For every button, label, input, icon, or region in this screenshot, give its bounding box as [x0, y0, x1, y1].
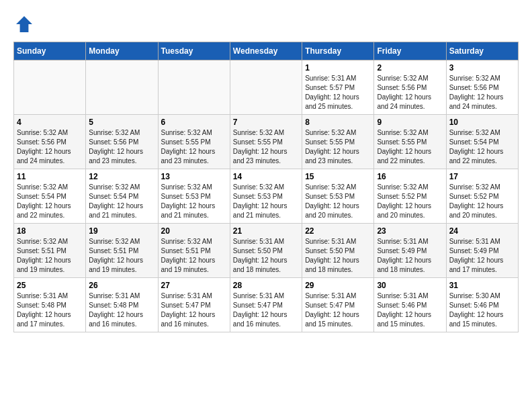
weekday-header-wednesday: Wednesday: [230, 42, 302, 60]
day-info: Sunrise: 5:31 AM Sunset: 5:48 PM Dayligh…: [89, 291, 154, 329]
calendar-cell: 13Sunrise: 5:32 AM Sunset: 5:53 PM Dayli…: [158, 169, 230, 224]
day-info: Sunrise: 5:32 AM Sunset: 5:51 PM Dayligh…: [161, 237, 227, 275]
calendar-cell: 24Sunrise: 5:31 AM Sunset: 5:49 PM Dayli…: [446, 224, 518, 278]
day-number: 22: [305, 226, 371, 236]
day-info: Sunrise: 5:31 AM Sunset: 5:49 PM Dayligh…: [377, 237, 443, 275]
day-number: 17: [449, 172, 515, 181]
calendar-cell: 15Sunrise: 5:32 AM Sunset: 5:53 PM Dayli…: [302, 169, 374, 224]
day-info: Sunrise: 5:31 AM Sunset: 5:57 PM Dayligh…: [305, 74, 371, 111]
day-number: 28: [233, 281, 299, 290]
calendar-week-row: 4Sunrise: 5:32 AM Sunset: 5:56 PM Daylig…: [14, 115, 519, 169]
day-info: Sunrise: 5:31 AM Sunset: 5:47 PM Dayligh…: [305, 291, 371, 329]
day-info: Sunrise: 5:31 AM Sunset: 5:49 PM Dayligh…: [449, 237, 515, 275]
day-number: 9: [377, 118, 443, 127]
day-info: Sunrise: 5:32 AM Sunset: 5:56 PM Dayligh…: [89, 128, 154, 166]
calendar-cell: [14, 60, 86, 115]
calendar-week-row: 1Sunrise: 5:31 AM Sunset: 5:57 PM Daylig…: [14, 60, 519, 115]
day-info: Sunrise: 5:31 AM Sunset: 5:50 PM Dayligh…: [305, 237, 371, 275]
day-number: 23: [377, 226, 443, 236]
weekday-header-tuesday: Tuesday: [158, 42, 230, 60]
day-info: Sunrise: 5:32 AM Sunset: 5:54 PM Dayligh…: [17, 183, 83, 220]
page-header: [13, 13, 519, 35]
day-info: Sunrise: 5:31 AM Sunset: 5:47 PM Dayligh…: [161, 291, 227, 329]
calendar-week-row: 11Sunrise: 5:32 AM Sunset: 5:54 PM Dayli…: [14, 169, 519, 224]
day-info: Sunrise: 5:32 AM Sunset: 5:51 PM Dayligh…: [17, 237, 83, 275]
day-number: 8: [305, 118, 371, 127]
day-info: Sunrise: 5:31 AM Sunset: 5:46 PM Dayligh…: [377, 291, 443, 329]
weekday-header-friday: Friday: [374, 42, 446, 60]
calendar-cell: 21Sunrise: 5:31 AM Sunset: 5:50 PM Dayli…: [230, 224, 302, 278]
calendar-cell: 28Sunrise: 5:31 AM Sunset: 5:47 PM Dayli…: [230, 278, 302, 332]
day-number: 7: [233, 118, 299, 127]
day-info: Sunrise: 5:32 AM Sunset: 5:53 PM Dayligh…: [305, 183, 371, 220]
weekday-header-sunday: Sunday: [14, 42, 86, 60]
calendar-cell: [158, 60, 230, 115]
calendar-cell: 9Sunrise: 5:32 AM Sunset: 5:55 PM Daylig…: [374, 115, 446, 169]
day-number: 31: [449, 281, 515, 290]
calendar-body: 1Sunrise: 5:31 AM Sunset: 5:57 PM Daylig…: [14, 60, 519, 332]
day-info: Sunrise: 5:31 AM Sunset: 5:47 PM Dayligh…: [233, 291, 299, 329]
day-info: Sunrise: 5:32 AM Sunset: 5:56 PM Dayligh…: [449, 74, 515, 111]
weekday-header-row: SundayMondayTuesdayWednesdayThursdayFrid…: [14, 42, 519, 60]
day-number: 13: [161, 172, 227, 181]
weekday-header-monday: Monday: [86, 42, 158, 60]
calendar-cell: 14Sunrise: 5:32 AM Sunset: 5:53 PM Dayli…: [230, 169, 302, 224]
day-number: 30: [377, 281, 443, 290]
day-number: 21: [233, 226, 299, 236]
day-number: 4: [17, 118, 83, 127]
day-info: Sunrise: 5:32 AM Sunset: 5:52 PM Dayligh…: [377, 183, 443, 220]
calendar-cell: 20Sunrise: 5:32 AM Sunset: 5:51 PM Dayli…: [158, 224, 230, 278]
calendar-cell: 10Sunrise: 5:32 AM Sunset: 5:54 PM Dayli…: [446, 115, 518, 169]
day-number: 16: [377, 172, 443, 181]
weekday-header-thursday: Thursday: [302, 42, 374, 60]
day-number: 3: [449, 63, 515, 73]
day-number: 10: [449, 118, 515, 127]
day-number: 12: [89, 172, 154, 181]
calendar-cell: 16Sunrise: 5:32 AM Sunset: 5:52 PM Dayli…: [374, 169, 446, 224]
calendar-week-row: 18Sunrise: 5:32 AM Sunset: 5:51 PM Dayli…: [14, 224, 519, 278]
day-number: 27: [161, 281, 227, 290]
calendar-cell: 26Sunrise: 5:31 AM Sunset: 5:48 PM Dayli…: [86, 278, 158, 332]
calendar-cell: 1Sunrise: 5:31 AM Sunset: 5:57 PM Daylig…: [302, 60, 374, 115]
day-number: 11: [17, 172, 83, 181]
calendar-cell: 11Sunrise: 5:32 AM Sunset: 5:54 PM Dayli…: [14, 169, 86, 224]
calendar-cell: [230, 60, 302, 115]
day-info: Sunrise: 5:32 AM Sunset: 5:55 PM Dayligh…: [377, 128, 443, 166]
calendar-cell: 19Sunrise: 5:32 AM Sunset: 5:51 PM Dayli…: [86, 224, 158, 278]
calendar-cell: 22Sunrise: 5:31 AM Sunset: 5:50 PM Dayli…: [302, 224, 374, 278]
calendar-cell: [86, 60, 158, 115]
calendar-cell: 12Sunrise: 5:32 AM Sunset: 5:54 PM Dayli…: [86, 169, 158, 224]
day-number: 24: [449, 226, 515, 236]
day-info: Sunrise: 5:32 AM Sunset: 5:52 PM Dayligh…: [449, 183, 515, 220]
weekday-header-saturday: Saturday: [446, 42, 518, 60]
day-info: Sunrise: 5:30 AM Sunset: 5:46 PM Dayligh…: [449, 291, 515, 329]
calendar-cell: 6Sunrise: 5:32 AM Sunset: 5:55 PM Daylig…: [158, 115, 230, 169]
logo-icon: [13, 13, 35, 35]
day-info: Sunrise: 5:31 AM Sunset: 5:48 PM Dayligh…: [17, 291, 83, 329]
day-number: 5: [89, 118, 154, 127]
calendar-cell: 4Sunrise: 5:32 AM Sunset: 5:56 PM Daylig…: [14, 115, 86, 169]
day-number: 26: [89, 281, 154, 290]
calendar-cell: 31Sunrise: 5:30 AM Sunset: 5:46 PM Dayli…: [446, 278, 518, 332]
day-info: Sunrise: 5:32 AM Sunset: 5:51 PM Dayligh…: [89, 237, 154, 275]
day-number: 25: [17, 281, 83, 290]
day-info: Sunrise: 5:31 AM Sunset: 5:50 PM Dayligh…: [233, 237, 299, 275]
calendar-cell: 29Sunrise: 5:31 AM Sunset: 5:47 PM Dayli…: [302, 278, 374, 332]
logo: [13, 13, 38, 35]
calendar-cell: 27Sunrise: 5:31 AM Sunset: 5:47 PM Dayli…: [158, 278, 230, 332]
calendar-cell: 7Sunrise: 5:32 AM Sunset: 5:55 PM Daylig…: [230, 115, 302, 169]
day-number: 20: [161, 226, 227, 236]
day-number: 6: [161, 118, 227, 127]
day-info: Sunrise: 5:32 AM Sunset: 5:56 PM Dayligh…: [17, 128, 83, 166]
calendar-cell: 25Sunrise: 5:31 AM Sunset: 5:48 PM Dayli…: [14, 278, 86, 332]
day-info: Sunrise: 5:32 AM Sunset: 5:54 PM Dayligh…: [449, 128, 515, 166]
day-number: 14: [233, 172, 299, 181]
day-info: Sunrise: 5:32 AM Sunset: 5:53 PM Dayligh…: [233, 183, 299, 220]
day-info: Sunrise: 5:32 AM Sunset: 5:54 PM Dayligh…: [89, 183, 154, 220]
day-number: 1: [305, 63, 371, 73]
day-number: 19: [89, 226, 154, 236]
calendar-cell: 2Sunrise: 5:32 AM Sunset: 5:56 PM Daylig…: [374, 60, 446, 115]
day-info: Sunrise: 5:32 AM Sunset: 5:55 PM Dayligh…: [305, 128, 371, 166]
day-number: 2: [377, 63, 443, 73]
calendar-cell: 30Sunrise: 5:31 AM Sunset: 5:46 PM Dayli…: [374, 278, 446, 332]
